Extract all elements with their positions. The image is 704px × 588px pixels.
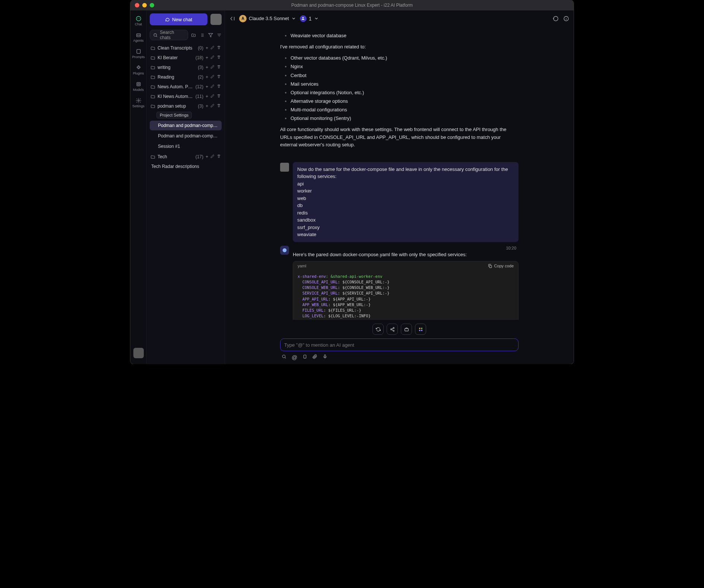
edit-icon[interactable] [210,104,215,109]
edit-icon[interactable] [210,74,215,80]
folder-item[interactable]: KI News Automator(11)+ [148,92,223,101]
copy-code-button[interactable]: Copy code [488,264,514,268]
collapse-sidebar-icon[interactable] [229,16,235,22]
delete-icon[interactable] [217,154,221,159]
close-icon[interactable] [135,3,139,7]
sidebar: New chat Search chats Clean Transcripts(… [147,10,225,364]
loose-chat-item[interactable]: Tech Radar descriptions [148,162,223,171]
list-item: Nginx [291,63,519,70]
svg-point-5 [139,35,140,36]
session-item[interactable]: Podman and podman-compose ... [150,131,222,141]
apps-button[interactable] [415,324,426,335]
add-icon[interactable]: + [206,94,208,99]
add-icon[interactable]: + [206,74,208,80]
folder-item[interactable]: KI Berater(18)+ [148,53,223,63]
user-avatar-small[interactable] [133,348,144,358]
search-tool-icon[interactable] [282,354,286,360]
delete-icon[interactable] [217,104,221,109]
folder-item[interactable]: Reading(2)+ [148,72,223,82]
rail-plugins[interactable]: Plugins [131,63,146,77]
folder-item[interactable]: News Autom. Prompts(12)+ [148,82,223,92]
folder-list: Clean Transcripts(0)+KI Berater(18)+writ… [147,43,225,364]
edit-icon[interactable] [210,94,215,99]
add-icon[interactable]: + [206,104,208,109]
edit-icon[interactable] [210,84,215,89]
add-icon[interactable]: + [206,55,208,60]
delete-icon[interactable] [217,84,221,89]
assistant-avatar-icon [280,246,289,255]
delete-icon[interactable] [217,55,221,60]
delete-icon[interactable] [217,94,221,99]
edit-icon[interactable] [210,154,215,159]
session-item[interactable]: Session #1 [150,142,222,151]
regenerate-button[interactable] [372,324,384,335]
share-button[interactable] [387,324,398,335]
sort-icon[interactable] [217,33,222,38]
folder-count: (2) [198,74,203,80]
user-avatar[interactable] [210,14,222,25]
rail-models[interactable]: Models [131,79,146,94]
svg-rect-8 [138,83,139,85]
svg-rect-3 [136,34,140,37]
model-selector[interactable]: A Claude 3.5 Sonnet [239,15,296,22]
assistant-message: Weaviate vector database I've removed al… [280,27,519,158]
svg-point-23 [282,355,285,358]
edit-icon[interactable] [210,65,215,70]
filter-icon[interactable] [208,33,213,38]
delete-icon[interactable] [217,45,221,51]
info-icon[interactable] [563,16,569,22]
mic-icon[interactable] [323,354,327,360]
template-icon[interactable] [302,354,307,360]
message-input-field[interactable] [284,342,514,348]
folder-count: (12) [196,84,203,89]
maximize-icon[interactable] [150,3,154,7]
toolbox-button[interactable] [401,324,412,335]
add-icon[interactable]: + [206,84,208,89]
message-input[interactable] [280,339,519,351]
folder-item[interactable]: writing(3)+ [148,63,223,72]
rail-prompts[interactable]: Prompts [131,46,146,61]
list-item: Optional integrations (Notion, etc.) [291,89,519,96]
add-icon[interactable]: + [206,65,208,70]
rail-chat[interactable]: Chat [131,13,146,28]
rail-agents[interactable]: Agents [131,30,146,45]
project-settings-chip[interactable]: Project Settings [156,112,192,118]
search-icon [153,33,158,38]
minimize-icon[interactable] [142,3,147,7]
add-icon[interactable]: + [206,154,208,159]
prompts-icon [136,48,142,54]
add-icon[interactable]: + [206,45,208,51]
svg-rect-25 [324,355,326,357]
edit-icon[interactable] [210,45,215,51]
list-item: Multi-modal configurations [291,106,519,114]
svg-point-16 [390,328,391,330]
attach-icon[interactable] [313,354,317,360]
code-block: yaml Copy code x-shared-env: &shared-api… [293,261,519,320]
new-folder-icon[interactable] [191,33,196,38]
agent-count-selector[interactable]: 1 [300,15,319,22]
edit-icon[interactable] [210,55,215,60]
chat-icon [136,16,142,22]
session-item[interactable]: Podman and podman-compos... [150,121,222,130]
user-message: Now do the same for the docker-compose f… [280,162,519,242]
svg-point-9 [138,100,139,101]
svg-point-17 [393,330,394,331]
delete-icon[interactable] [217,74,221,80]
folder-item[interactable]: Clean Transcripts(0)+ [148,43,223,53]
search-input[interactable]: Search chats [150,30,188,40]
new-chat-button[interactable]: New chat [150,13,207,25]
rail-settings[interactable]: Settings [131,95,146,110]
timestamp: 10:20 [506,246,519,250]
app-window: Podman and podman-compose Linux Expert -… [130,0,574,364]
user-avatar-icon [280,163,289,172]
folder-item[interactable]: podman setup(3)+ [148,101,223,111]
svg-point-10 [154,34,156,36]
history-icon[interactable] [553,16,559,22]
svg-rect-6 [137,50,140,54]
list-icon[interactable] [200,33,204,38]
list-item: Optional monitoring (Sentry) [291,115,519,122]
folder-item[interactable]: Tech(17)+ [148,152,223,162]
mention-icon[interactable]: @ [292,354,297,360]
delete-icon[interactable] [217,65,221,70]
list-item: Alternative storage options [291,98,519,105]
